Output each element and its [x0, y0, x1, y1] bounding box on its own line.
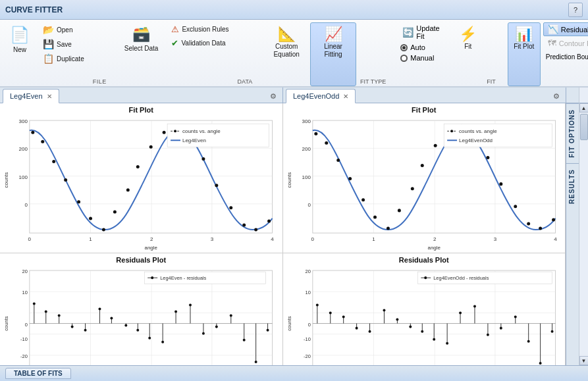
- svg-text:Leg4EvenOdd - residuals: Leg4EvenOdd - residuals: [433, 275, 489, 281]
- fit-label: Fit: [464, 43, 471, 51]
- data-group-label: DATA: [235, 78, 255, 86]
- svg-text:-10: -10: [20, 336, 28, 342]
- svg-point-8: [41, 140, 44, 143]
- scroll-up-arrow[interactable]: ▲: [579, 103, 589, 113]
- fit-col2: ⚡ Fit: [452, 22, 484, 86]
- save-button[interactable]: 💾 Save: [38, 37, 89, 51]
- contour-plot-button[interactable]: 🗺 Contour Plot: [543, 36, 588, 50]
- left-tab-bar: Leg4Even ✕ ⚙: [0, 88, 283, 103]
- svg-point-166: [342, 316, 344, 318]
- linear-label: Linear Fitting: [316, 43, 350, 59]
- right-tab-gear[interactable]: ⚙: [550, 89, 563, 103]
- duplicate-icon: 📋: [43, 53, 54, 64]
- vis-col2: 📉 Residuals Plot 🗺 Contour Plot Predicti…: [542, 22, 588, 86]
- scroll-thumb[interactable]: [580, 114, 588, 140]
- svg-point-172: [383, 309, 385, 312]
- duplicate-button[interactable]: 📋 Duplicate: [38, 51, 89, 66]
- scrollbar-placeholder: [579, 88, 588, 103]
- visualization-group: 📊 Fit Plot 📉 Residuals Plot 🗺 Contour Pl…: [504, 20, 588, 86]
- svg-text:0: 0: [25, 322, 28, 328]
- svg-point-119: [361, 198, 365, 201]
- svg-point-72: [148, 337, 151, 340]
- table-of-fits-tab[interactable]: TABLE OF FITS: [5, 368, 71, 379]
- linear-icon: 📈: [325, 26, 342, 43]
- duplicate-label: Duplicate: [57, 55, 84, 63]
- fit-group-label: FIT: [484, 78, 498, 86]
- svg-point-66: [110, 317, 113, 320]
- validation-button[interactable]: ✔ Validation Data: [167, 36, 233, 50]
- validation-icon: ✔: [171, 38, 178, 48]
- manual-radio[interactable]: Manual: [398, 53, 450, 63]
- auto-radio-btn[interactable]: [400, 44, 408, 51]
- bottom-bar: TABLE OF FITS: [0, 365, 588, 381]
- open-icon: 📂: [43, 24, 54, 35]
- svg-point-90: [267, 329, 269, 332]
- svg-point-80: [202, 332, 205, 335]
- tab-leg4evenodd[interactable]: Leg4EvenOdd ✕: [286, 89, 356, 103]
- data-col2: ⚠ Exclusion Rules ✔ Validation Data: [165, 22, 234, 86]
- svg-text:angle: angle: [427, 245, 441, 251]
- fit-button[interactable]: ⚡ Fit: [453, 22, 483, 86]
- custom-equation-button[interactable]: 📐 Custom Equation: [264, 22, 309, 86]
- svg-text:-20: -20: [304, 353, 311, 359]
- fit-type-group: 📐 Custom Equation 📈 Linear Fitting FIT T…: [260, 20, 391, 86]
- svg-point-186: [473, 305, 475, 308]
- title-bar: CURVE FITTER ?: [0, 0, 588, 20]
- svg-rect-44: [30, 270, 273, 365]
- left-fit-title: Fit Plot: [0, 103, 282, 114]
- right-plot-panel: Fit Plot: [283, 103, 566, 365]
- fit-options-tab[interactable]: FIT OPTIONS: [566, 103, 579, 163]
- svg-point-124: [420, 164, 423, 167]
- manual-radio-btn[interactable]: [400, 55, 408, 62]
- scroll-down-arrow[interactable]: ▼: [579, 356, 589, 365]
- svg-point-130: [499, 182, 502, 186]
- tab-leg4even-close[interactable]: ✕: [47, 93, 52, 100]
- svg-point-23: [229, 206, 232, 209]
- select-data-button[interactable]: 🗃️ Select Data: [119, 22, 165, 86]
- exclusion-button[interactable]: ⚠ Exclusion Rules: [167, 22, 233, 36]
- open-button[interactable]: 📂 Open: [38, 22, 89, 37]
- new-button[interactable]: 📄 New: [4, 22, 36, 86]
- svg-text:1: 1: [372, 236, 375, 242]
- svg-point-190: [499, 327, 502, 330]
- svg-point-122: [397, 209, 400, 212]
- svg-point-74: [161, 341, 164, 343]
- svg-point-26: [267, 219, 271, 222]
- save-icon: 💾: [43, 39, 54, 49]
- auto-radio[interactable]: Auto: [398, 42, 450, 53]
- svg-point-125: [433, 144, 437, 147]
- left-tab-gear[interactable]: ⚙: [267, 89, 280, 103]
- fit-plot-button[interactable]: 📊 Fit Plot: [508, 22, 541, 86]
- fitplot-icon: 📊: [515, 26, 533, 43]
- tab-leg4even[interactable]: Leg4Even ✕: [3, 89, 59, 103]
- svg-text:counts: counts: [286, 172, 292, 188]
- svg-point-16: [136, 165, 140, 168]
- residuals-label: Residuals Plot: [561, 26, 588, 34]
- update-fit-button[interactable]: 🔄 Update Fit: [398, 22, 450, 42]
- svg-point-64: [98, 308, 101, 311]
- save-label: Save: [57, 41, 72, 48]
- svg-text:0: 0: [28, 236, 32, 242]
- svg-point-76: [174, 311, 177, 313]
- svg-point-13: [102, 228, 105, 232]
- svg-point-78: [189, 304, 192, 307]
- svg-text:0: 0: [307, 322, 310, 328]
- svg-point-115: [314, 132, 317, 136]
- linear-fitting-button[interactable]: 📈 Linear Fitting: [310, 22, 356, 86]
- right-fit-plot: Fit Plot: [283, 103, 566, 253]
- residuals-plot-button[interactable]: 📉 Residuals Plot: [543, 22, 588, 36]
- svg-point-117: [336, 159, 340, 162]
- svg-point-70: [136, 329, 139, 332]
- validation-label: Validation Data: [181, 39, 225, 47]
- svg-text:200: 200: [19, 146, 28, 152]
- svg-text:100: 100: [19, 174, 28, 180]
- svg-text:0: 0: [307, 202, 311, 208]
- svg-rect-152: [312, 270, 555, 365]
- svg-point-214: [424, 276, 427, 279]
- left-res-area: 20 10 0 -10 -20 -30 0 1 2 3 4 counts ang…: [0, 264, 282, 365]
- vertical-scrollbar: ▲ ▼: [579, 103, 588, 365]
- tab-leg4evenodd-close[interactable]: ✕: [343, 93, 348, 100]
- results-tab[interactable]: RESULTS: [566, 163, 579, 209]
- help-button[interactable]: ?: [568, 3, 583, 17]
- svg-point-17: [149, 145, 153, 149]
